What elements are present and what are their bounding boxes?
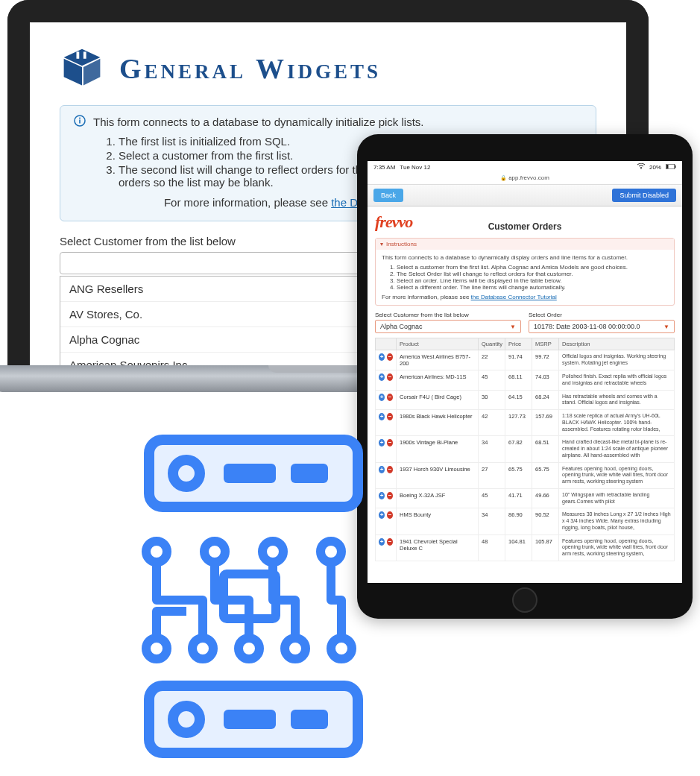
cell-product: 1900s Vintage Bi-Plane (397, 436, 479, 462)
svg-rect-15 (224, 464, 276, 483)
cell-price: 91.74 (505, 350, 532, 370)
info-icon (74, 115, 86, 129)
svg-point-21 (146, 541, 167, 562)
table-row: +−Boeing X-32A JSF4541.7149.6610" Wingsp… (376, 488, 675, 508)
chevron-down-icon: ▼ (663, 324, 669, 330)
svg-rect-12 (666, 165, 669, 168)
line-items-table: ProductQuantityPriceMSRPDescription +−Am… (375, 338, 675, 561)
column-header: MSRP (532, 338, 559, 350)
wifi-icon (637, 163, 645, 171)
customer-select-value: Alpha Cognac (380, 323, 423, 330)
battery-percent: 20% (649, 164, 661, 171)
svg-point-22 (204, 541, 225, 562)
cell-product: America West Airlines B757-200 (397, 350, 479, 370)
remove-row-icon[interactable]: − (387, 373, 393, 381)
cell-price: 127.73 (505, 410, 532, 436)
cell-price: 41.71 (505, 488, 532, 508)
cell-product: 1980s Black Hawk Helicopter (397, 410, 479, 436)
remove-row-icon[interactable]: − (387, 394, 393, 401)
instruction-step: Select a customer from the first list. A… (397, 264, 668, 271)
cell-product: Boeing X-32A JSF (397, 488, 479, 508)
table-row: +−American Airlines: MD-11S4568.1174.03P… (376, 370, 675, 391)
cell-qty: 34 (479, 436, 505, 462)
status-bar: 7:35 AM Tue Nov 12 20% (368, 161, 682, 173)
cell-msrp: 65.75 (532, 462, 559, 488)
cell-desc: Has retractable wheels and comes with a … (559, 390, 675, 410)
instruction-step: Select a different order. The line items… (397, 284, 668, 291)
column-header: Product (397, 338, 479, 350)
svg-rect-19 (224, 710, 276, 729)
instructions-more-prefix: For more information, please see (382, 294, 471, 300)
cell-desc: Polished finish. Exact replia with offic… (559, 370, 675, 391)
tablet-screen: 7:35 AM Tue Nov 12 20% 🔒app.frevvo.com B… (368, 161, 682, 583)
cell-price: 65.75 (505, 462, 532, 488)
battery-icon (666, 164, 676, 171)
order-select-label: Select Order (529, 312, 675, 318)
status-time: 7:35 AM (373, 164, 395, 171)
customer-select-label: Select Customer from the list below (375, 312, 521, 318)
svg-point-9 (640, 168, 642, 169)
cell-msrp: 99.72 (532, 350, 559, 370)
cell-desc: Features opening hood, opening doors, op… (559, 534, 675, 561)
info-intro-text: This form connects to a database to dyna… (93, 116, 424, 128)
instructions-toggle[interactable]: ▾ Instructions (376, 239, 674, 250)
instruction-step: The Select Order list will change to ref… (397, 271, 668, 277)
cell-price: 64.15 (505, 390, 532, 410)
order-select-value: 10178: Date 2003-11-08 00:00:00.0 (534, 323, 640, 330)
instructions-panel: ▾ Instructions This form connects to a d… (375, 238, 675, 306)
cell-desc: Features opening hood, opening doors, op… (559, 462, 675, 488)
app-header: General Widgets (60, 45, 596, 92)
cell-product: Corsair F4U ( Bird Cage) (397, 390, 479, 410)
chevron-down-icon: ▾ (380, 241, 383, 247)
add-row-icon[interactable]: + (379, 373, 385, 381)
cell-qty: 34 (479, 508, 505, 534)
instructions-header-text: Instructions (386, 241, 417, 247)
column-header: Quantity (479, 338, 505, 350)
cell-msrp: 68.51 (532, 436, 559, 462)
add-row-icon[interactable]: + (379, 394, 385, 401)
server-network-icon (104, 425, 403, 771)
cell-qty: 27 (479, 462, 505, 488)
svg-point-29 (331, 638, 352, 659)
cell-qty: 42 (479, 410, 505, 436)
svg-point-27 (239, 638, 259, 659)
remove-row-icon[interactable]: − (387, 413, 393, 420)
svg-rect-4 (83, 51, 86, 58)
status-date: Tue Nov 12 (400, 164, 430, 171)
svg-point-28 (285, 638, 306, 659)
cell-price: 67.82 (505, 436, 532, 462)
table-row: +−Corsair F4U ( Bird Cage)3064.1568.24Ha… (376, 390, 675, 410)
cell-msrp: 105.87 (532, 534, 559, 561)
table-row: +−HMS Bounty3486.9090.52Measures 30 inch… (376, 508, 675, 534)
cell-qty: 45 (479, 488, 505, 508)
cell-desc: Official logos and insignias. Working st… (559, 350, 675, 370)
back-button[interactable]: Back (373, 189, 403, 202)
app-title: General Widgets (119, 52, 381, 85)
submit-disabled-button[interactable]: Submit Disabled (612, 189, 676, 202)
order-select[interactable]: 10178: Date 2003-11-08 00:00:00.0 ▼ (529, 320, 675, 333)
svg-point-7 (79, 118, 81, 119)
db-connector-link[interactable]: the Database Connector Tutorial (471, 294, 557, 300)
add-row-icon[interactable]: + (379, 353, 385, 361)
instructions-steps: Select a customer from the first list. A… (397, 264, 668, 291)
cell-price: 104.81 (505, 534, 532, 561)
cell-qty: 45 (479, 370, 505, 391)
instruction-step: Select an order. Line items will be disp… (397, 277, 668, 284)
customer-select[interactable]: Alpha Cognac ▼ (375, 320, 521, 333)
column-header: Description (559, 338, 675, 350)
table-row: +−1980s Black Hawk Helicopter42127.73157… (376, 410, 675, 436)
box-logo-icon (60, 45, 104, 92)
home-button[interactable] (512, 587, 537, 613)
remove-row-icon[interactable]: − (387, 353, 393, 361)
cell-msrp: 74.03 (532, 370, 559, 391)
cell-qty: 30 (479, 390, 505, 410)
svg-rect-6 (79, 120, 81, 124)
url-text: app.frevvo.com (508, 174, 549, 181)
cell-price: 86.90 (505, 508, 532, 534)
table-row: +−1941 Chevrolet Special Deluxe C48104.8… (376, 534, 675, 561)
browser-url-bar[interactable]: 🔒app.frevvo.com (368, 173, 682, 185)
cell-qty: 22 (479, 350, 505, 370)
info-more-prefix: For more information, please see (164, 196, 331, 209)
svg-point-25 (146, 638, 167, 659)
add-row-icon[interactable]: + (379, 413, 385, 420)
